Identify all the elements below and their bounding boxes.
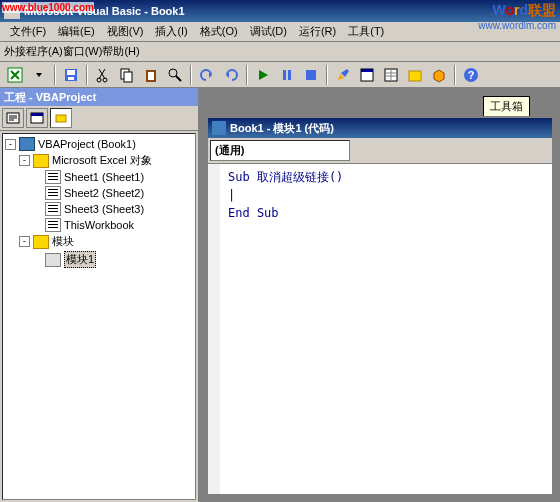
svg-rect-7 <box>124 72 132 82</box>
menu-edit[interactable]: 编辑(E) <box>52 22 101 41</box>
tree-label: 模块 <box>52 234 74 249</box>
help-button[interactable]: ? <box>460 64 482 86</box>
save-button[interactable] <box>60 64 82 86</box>
run-button[interactable] <box>252 64 274 86</box>
menu-debug[interactable]: 调试(D) <box>244 22 293 41</box>
tree-sheet1[interactable]: Sheet1 (Sheet1) <box>5 169 193 185</box>
tree-sheet3[interactable]: Sheet3 (Sheet3) <box>5 201 193 217</box>
project-explorer-button[interactable] <box>356 64 378 86</box>
tree-label: Sheet3 (Sheet3) <box>64 203 144 215</box>
code-line: | <box>228 186 544 204</box>
object-dropdown[interactable]: (通用) <box>210 140 350 161</box>
worksheet-icon <box>45 202 61 216</box>
folder-icon <box>33 154 49 168</box>
project-panel-toolbar <box>0 106 198 131</box>
pause-button[interactable] <box>276 64 298 86</box>
code-line: Sub 取消超级链接() <box>228 168 544 186</box>
tree-sheet2[interactable]: Sheet2 (Sheet2) <box>5 185 193 201</box>
svg-rect-9 <box>148 72 154 80</box>
watermark-logo: Word联盟 <box>492 2 556 20</box>
cut-button[interactable] <box>92 64 114 86</box>
collapse-icon[interactable]: - <box>19 155 30 166</box>
menu-run[interactable]: 运行(R) <box>293 22 342 41</box>
menu-insert[interactable]: 插入(I) <box>149 22 193 41</box>
code-dropdown-bar: (通用) <box>208 138 552 164</box>
svg-rect-12 <box>288 70 291 80</box>
menu-file[interactable]: 文件(F) <box>4 22 52 41</box>
tree-root[interactable]: - VBAProject (Book1) <box>5 136 193 152</box>
tree-label: Sheet1 (Sheet1) <box>64 171 144 183</box>
tree-module1[interactable]: 模块1 <box>5 250 193 269</box>
copy-button[interactable] <box>116 64 138 86</box>
svg-rect-15 <box>361 69 373 72</box>
menu-tools[interactable]: 工具(T) <box>342 22 390 41</box>
design-mode-button[interactable] <box>332 64 354 86</box>
menu-bar: 文件(F) 编辑(E) 视图(V) 插入(I) 格式(O) 调试(D) 运行(R… <box>0 22 560 42</box>
svg-rect-23 <box>56 115 66 122</box>
mdi-client-area: 工具箱 Book1 - 模块1 (代码) (通用) Sub 取消超级链接() |… <box>200 88 560 502</box>
redo-button[interactable] <box>220 64 242 86</box>
folder-icon <box>33 235 49 249</box>
view-code-button[interactable] <box>2 108 24 128</box>
toggle-folders-button[interactable] <box>50 108 72 128</box>
menu-window[interactable]: 窗口(W) <box>63 44 103 59</box>
module-icon <box>45 253 61 267</box>
collapse-icon[interactable]: - <box>5 139 16 150</box>
watermark-url-2: www.wordlm.com <box>478 20 556 31</box>
stop-button[interactable] <box>300 64 322 86</box>
tree-modules[interactable]: - 模块 <box>5 233 193 250</box>
menu-bar-2: 外接程序(A) 窗口(W) 帮助(H) <box>0 42 560 62</box>
svg-rect-17 <box>409 71 421 81</box>
find-button[interactable] <box>164 64 186 86</box>
tree-label: Sheet2 (Sheet2) <box>64 187 144 199</box>
dropdown-arrow[interactable] <box>28 64 50 86</box>
project-explorer-panel: 工程 - VBAProject - VBAProject (Book1) - M… <box>0 88 200 502</box>
menu-addin[interactable]: 外接程序(A) <box>4 44 63 59</box>
tree-label: Microsoft Excel 对象 <box>52 153 152 168</box>
collapse-icon[interactable]: - <box>19 236 30 247</box>
svg-rect-3 <box>68 77 74 80</box>
tree-label-selected: 模块1 <box>64 251 96 268</box>
code-editor[interactable]: Sub 取消超级链接() | End Sub <box>208 164 552 494</box>
svg-rect-13 <box>306 70 316 80</box>
tree-label: ThisWorkbook <box>64 219 134 231</box>
menu-view[interactable]: 视图(V) <box>101 22 150 41</box>
workspace: 工程 - VBAProject - VBAProject (Book1) - M… <box>0 88 560 502</box>
toolbar: ? <box>0 62 560 88</box>
svg-rect-2 <box>67 70 75 75</box>
excel-button[interactable] <box>4 64 26 86</box>
worksheet-icon <box>45 186 61 200</box>
view-object-button[interactable] <box>26 108 48 128</box>
menu-format[interactable]: 格式(O) <box>194 22 244 41</box>
menu-help[interactable]: 帮助(H) <box>102 44 139 59</box>
worksheet-icon <box>45 170 61 184</box>
code-window-titlebar: Book1 - 模块1 (代码) <box>208 118 552 138</box>
project-tree[interactable]: - VBAProject (Book1) - Microsoft Excel 对… <box>2 133 196 500</box>
workbook-icon <box>45 218 61 232</box>
svg-rect-22 <box>31 113 43 116</box>
paste-button[interactable] <box>140 64 162 86</box>
tree-excel-objects[interactable]: - Microsoft Excel 对象 <box>5 152 193 169</box>
code-line: End Sub <box>228 204 544 222</box>
svg-point-10 <box>169 69 177 77</box>
toolbox-button[interactable] <box>428 64 450 86</box>
tree-thisworkbook[interactable]: ThisWorkbook <box>5 217 193 233</box>
vbaproject-icon <box>19 137 35 151</box>
code-window-title: Book1 - 模块1 (代码) <box>230 121 334 136</box>
tree-root-label: VBAProject (Book1) <box>38 138 136 150</box>
svg-text:?: ? <box>468 69 475 81</box>
code-window-icon <box>212 121 226 135</box>
watermark-url-1: www.blue1000.com <box>2 2 94 13</box>
svg-rect-11 <box>283 70 286 80</box>
code-window: Book1 - 模块1 (代码) (通用) Sub 取消超级链接() | End… <box>206 116 554 496</box>
object-browser-button[interactable] <box>404 64 426 86</box>
project-panel-title: 工程 - VBAProject <box>0 88 198 106</box>
undo-button[interactable] <box>196 64 218 86</box>
toolbox-tooltip: 工具箱 <box>483 96 530 117</box>
properties-button[interactable] <box>380 64 402 86</box>
